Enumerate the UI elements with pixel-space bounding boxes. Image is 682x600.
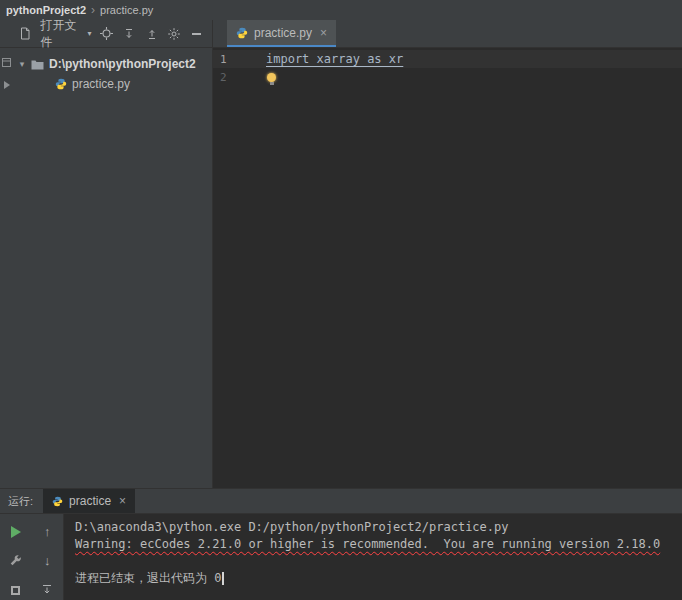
console-blank-line [75,553,682,570]
run-toolbar: ↑ ↓ [0,514,64,600]
text-cursor [222,572,224,585]
breadcrumb-file[interactable]: practice.py [100,4,153,16]
main-area: ▾ D:\python\pythonProject2 practice.py 1… [0,48,682,488]
code-line-1: import xarray as xr [263,52,403,66]
line-number: 1 [213,53,263,66]
chevron-down-icon: ▾ [87,29,91,38]
editor-line-2[interactable]: 2 [213,68,682,86]
run-tool-window: 运行: practice × ↑ ↓ [0,488,682,600]
close-icon[interactable]: × [320,26,327,40]
tab-label: practice.py [254,26,312,40]
scroll-up-button[interactable]: ↑ [37,522,57,542]
console-exit-line: 进程已结束，退出代码为 0 [75,570,682,587]
project-toolbar: 打开文件 ▾ [0,20,213,47]
console-command-line: D:\anaconda3\python.exe D:/python/python… [75,519,682,536]
file-icon [16,24,35,44]
python-icon [236,27,248,39]
down-arrow-icon: ↓ [44,554,51,568]
tool-window-stripe [0,48,13,488]
rerun-button[interactable] [6,522,26,542]
scroll-to-end-icon [41,584,53,596]
close-icon[interactable]: × [119,494,126,508]
intention-bulb-icon[interactable] [267,73,276,82]
console-exit-text: 进程已结束，退出代码为 0 [75,571,221,585]
settings-gear-icon[interactable] [165,24,184,44]
locate-file-button[interactable] [97,24,116,44]
chevron-expanded-icon[interactable]: ▾ [18,59,26,69]
stop-button[interactable] [6,580,26,600]
toolbar-row: 打开文件 ▾ practice.py × [0,20,682,48]
run-panel-title: 运行: [8,494,33,509]
line-number: 2 [213,71,263,84]
scroll-down-button[interactable]: ↓ [37,551,57,571]
expand-all-button[interactable] [120,24,139,44]
tool-window-stripe-icon-1[interactable] [2,58,11,67]
code-editor[interactable]: 1 import xarray as xr 2 [213,48,682,488]
console-warning-line: Warning: ecCodes 2.21.0 or higher is rec… [75,536,682,553]
scroll-to-end-button[interactable] [37,580,57,600]
editor-line-1[interactable]: 1 import xarray as xr [213,50,682,68]
python-icon [52,496,63,507]
console-warning-text: Warning: ecCodes 2.21.0 or higher is rec… [75,537,660,551]
collapse-all-button[interactable] [142,24,161,44]
python-icon [55,78,67,90]
minus-icon [192,33,201,35]
project-file-node[interactable]: practice.py [13,74,212,94]
tool-window-stripe-icon-2[interactable] [3,81,11,89]
run-console[interactable]: D:\anaconda3\python.exe D:/python/python… [64,514,682,600]
project-root-node[interactable]: ▾ D:\python\pythonProject2 [13,54,212,74]
run-header: 运行: practice × [0,489,682,514]
up-arrow-icon: ↑ [44,525,51,539]
tab-practice-py[interactable]: practice.py × [227,20,336,47]
hide-panel-button[interactable] [188,24,207,44]
project-file-label: practice.py [72,77,130,91]
run-tab-label: practice [69,494,111,508]
open-file-label: 打开文件 [41,17,85,51]
breadcrumb: pythonProject2 › practice.py [0,0,682,20]
play-icon [11,526,21,538]
folder-icon [31,59,44,70]
open-file-button[interactable]: 打开文件 ▾ [39,15,94,53]
run-body: ↑ ↓ D:\anaconda3\python.exe D:/python/py… [0,514,682,600]
wrench-icon [9,555,22,568]
editor-tab-bar: practice.py × [213,20,682,47]
stop-icon [11,586,20,595]
modify-run-config-button[interactable] [6,551,26,571]
run-tab-practice[interactable]: practice × [43,489,135,513]
project-root-label: D:\python\pythonProject2 [49,57,196,71]
project-panel: ▾ D:\python\pythonProject2 practice.py [13,48,213,488]
